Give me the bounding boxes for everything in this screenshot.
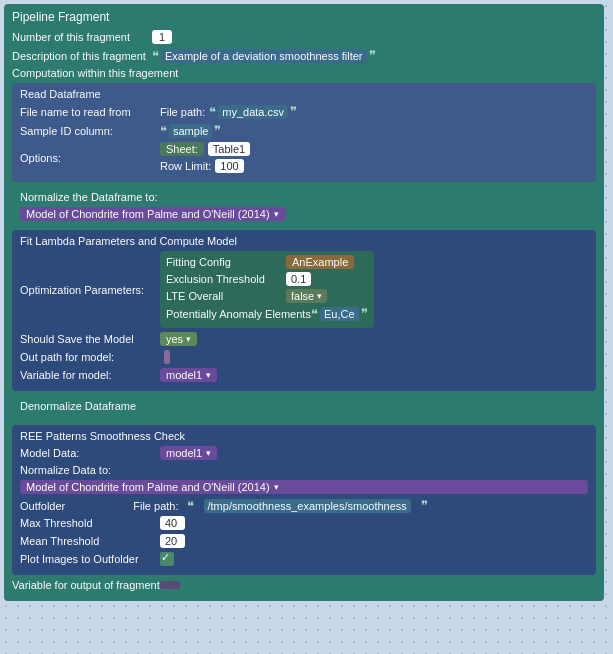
fragment-number-row: Number of this fragment 1 — [12, 30, 596, 44]
normalize-value[interactable]: Model of Chondrite from Palme and O'Neil… — [20, 207, 285, 221]
variable-output-row: Variable for output of fragment — [12, 579, 596, 591]
var-model-arrow: ▾ — [206, 370, 211, 380]
anomaly-row: Potentially Anomaly Elements ❝ Eu,Ce ❞ — [166, 306, 368, 321]
variable-output-label: Variable for output of fragment — [12, 579, 160, 591]
params-inner-box: Fitting Config AnExample Exclusion Thres… — [160, 251, 374, 328]
row-limit-row: Row Limit: 100 — [160, 159, 250, 173]
file-name-label: File name to read from — [20, 106, 160, 118]
plot-images-row: Plot Images to Outfolder — [20, 552, 588, 566]
fragment-description-value: Example of a deviation smoothness filter — [161, 49, 367, 63]
fragment-number-value: 1 — [152, 30, 172, 44]
ree-normalize-value[interactable]: Model of Chondrite from Palme and O'Neil… — [20, 480, 588, 494]
anomaly-value: Eu,Ce — [320, 307, 359, 321]
options-label: Options: — [20, 152, 160, 164]
ree-patterns-title: REE Patterns Smoothness Check — [20, 430, 588, 442]
outfolder-row: Outfolder File path: ❝ /tmp/smoothness_e… — [20, 498, 588, 513]
var-model-row: Variable for model: model1 ▾ — [20, 368, 588, 382]
fit-lambda-title: Fit Lambda Parameters and Compute Model — [20, 235, 588, 247]
mean-threshold-label: Mean Threshold — [20, 535, 160, 547]
lte-value[interactable]: false ▾ — [286, 289, 327, 303]
out-path-label: Out path for model: — [20, 351, 160, 363]
mean-threshold-value: 20 — [160, 534, 185, 548]
fitting-config-value: AnExample — [286, 255, 354, 269]
model-data-row: Model Data: model1 ▾ — [20, 446, 588, 460]
plot-images-checkbox[interactable] — [160, 552, 174, 566]
ree-normalize-row: Normalize Data to: — [20, 464, 588, 476]
row-limit-label: Row Limit: — [160, 160, 211, 172]
outfolder-label: Outfolder — [20, 500, 65, 512]
max-threshold-row: Max Threshold 40 — [20, 516, 588, 530]
save-model-label: Should Save the Model — [20, 333, 160, 345]
save-model-row: Should Save the Model yes ▾ — [20, 332, 588, 346]
normalize-value-row: Model of Chondrite from Palme and O'Neil… — [20, 207, 588, 221]
normalize-dropdown-arrow: ▾ — [274, 209, 279, 219]
plot-images-label: Plot Images to Outfolder — [20, 553, 160, 565]
file-name-row: File name to read from File path: ❝ my_d… — [20, 104, 588, 119]
sheet-row: Sheet: Table1 — [160, 142, 250, 156]
computation-label: Computation within this fragement — [12, 67, 178, 79]
opt-params-label: Optimization Parameters: — [20, 284, 160, 296]
file-quote-open: ❝ — [209, 104, 216, 119]
quote-close: ❞ — [369, 48, 376, 63]
sample-quote-close: ❞ — [214, 123, 221, 138]
var-model-label: Variable for model: — [20, 369, 160, 381]
out-path-row: Out path for model: — [20, 350, 588, 364]
file-value: my_data.csv — [218, 105, 288, 119]
variable-output-connector — [160, 581, 180, 589]
sheet-label: Sheet: — [160, 142, 204, 156]
sample-value: sample — [169, 124, 212, 138]
lte-row: LTE Overall false ▾ — [166, 289, 368, 303]
quote-open: ❝ — [152, 48, 159, 63]
denormalize-section: Denormalize Dataframe — [12, 395, 596, 421]
var-model-value[interactable]: model1 ▾ — [160, 368, 217, 382]
lte-label: LTE Overall — [166, 290, 286, 302]
outfolder-path-value: /tmp/smoothness_examples/smoothness — [204, 499, 411, 513]
save-model-value[interactable]: yes ▾ — [160, 332, 197, 346]
fit-lambda-section: Fit Lambda Parameters and Compute Model … — [12, 230, 596, 391]
file-path-text: File path: — [160, 106, 205, 118]
read-dataframe-title: Read Dataframe — [20, 88, 588, 100]
denormalize-title: Denormalize Dataframe — [20, 400, 588, 412]
fragment-description-label: Description of this fragment — [12, 50, 152, 62]
ree-normalize-arrow: ▾ — [274, 482, 279, 492]
sample-id-label: Sample ID column: — [20, 125, 160, 137]
save-arrow: ▾ — [186, 334, 191, 344]
read-dataframe-section: Read Dataframe File name to read from Fi… — [12, 83, 596, 182]
ree-normalize-value-row: Model of Chondrite from Palme and O'Neil… — [20, 480, 588, 494]
file-quote-close: ❞ — [290, 104, 297, 119]
exclusion-value: 0.1 — [286, 272, 311, 286]
row-limit-value: 100 — [215, 159, 243, 173]
fragment-number-label: Number of this fragment — [12, 31, 152, 43]
normalize-row: Normalize the Dataframe to: — [20, 191, 588, 203]
model-data-arrow: ▾ — [206, 448, 211, 458]
model-data-value[interactable]: model1 ▾ — [160, 446, 217, 460]
exclusion-row: Exclusion Threshold 0.1 — [166, 272, 368, 286]
lte-arrow: ▾ — [317, 291, 322, 301]
fitting-config-label: Fitting Config — [166, 256, 286, 268]
fragment-description-row: Description of this fragment ❝ Example o… — [12, 48, 596, 63]
ree-patterns-section: REE Patterns Smoothness Check Model Data… — [12, 425, 596, 575]
options-container: Sheet: Table1 Row Limit: 100 — [160, 142, 250, 173]
normalize-label: Normalize the Dataframe to: — [20, 191, 158, 203]
exclusion-label: Exclusion Threshold — [166, 273, 286, 285]
options-row: Options: Sheet: Table1 Row Limit: 100 — [20, 142, 588, 173]
mean-threshold-row: Mean Threshold 20 — [20, 534, 588, 548]
sample-id-row: Sample ID column: ❝ sample ❞ — [20, 123, 588, 138]
sheet-value: Table1 — [208, 142, 250, 156]
max-threshold-value: 40 — [160, 516, 185, 530]
sample-quote-open: ❝ — [160, 123, 167, 138]
anomaly-label: Potentially Anomaly Elements — [166, 308, 311, 320]
out-path-connector — [164, 350, 170, 364]
pipeline-title: Pipeline Fragment — [12, 10, 596, 24]
max-threshold-label: Max Threshold — [20, 517, 160, 529]
ree-normalize-label: Normalize Data to: — [20, 464, 160, 476]
normalize-section: Normalize the Dataframe to: Model of Cho… — [12, 186, 596, 226]
model-data-label: Model Data: — [20, 447, 160, 459]
file-path-prefix: File path: — [133, 500, 178, 512]
fitting-config-row: Fitting Config AnExample — [166, 255, 368, 269]
computation-label-row: Computation within this fragement — [12, 67, 596, 79]
pipeline-fragment: Pipeline Fragment Number of this fragmen… — [4, 4, 604, 601]
opt-params-row: Optimization Parameters: Fitting Config … — [20, 251, 588, 328]
